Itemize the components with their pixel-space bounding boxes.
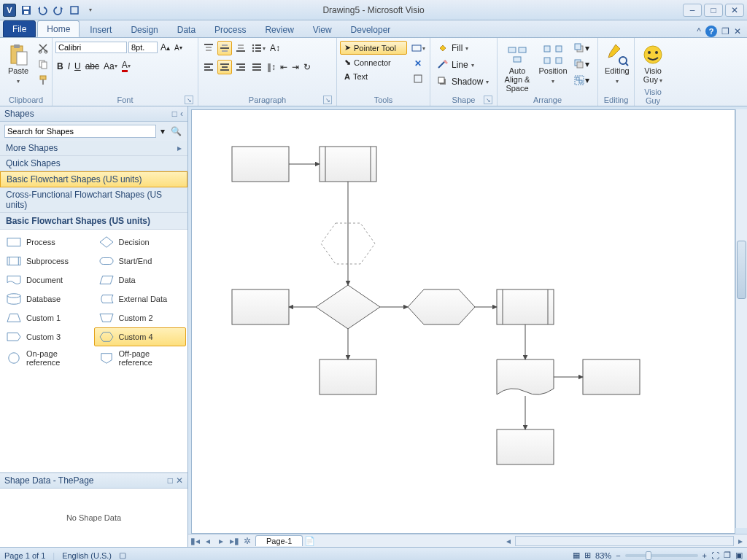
tab-process[interactable]: Process — [206, 22, 255, 37]
grow-font-icon[interactable]: A▴ — [159, 41, 171, 54]
tab-home[interactable]: Home — [37, 20, 80, 37]
tab-review[interactable]: Review — [256, 22, 302, 37]
shadow-button[interactable]: Shadow — [433, 74, 492, 89]
shape-offpageref[interactable]: Off-page reference — [94, 346, 187, 370]
underline-icon[interactable]: U — [73, 60, 82, 73]
shape-decision[interactable]: Decision — [94, 233, 187, 252]
position-button[interactable]: Position — [536, 41, 570, 88]
redo-icon[interactable] — [51, 3, 66, 18]
auto-align-button[interactable]: Auto Align & Space — [500, 41, 534, 95]
shape-custom1[interactable]: Custom 1 — [1, 308, 94, 327]
maximize-button[interactable]: □ — [704, 4, 723, 17]
page-first-icon[interactable]: ▮◂ — [188, 536, 201, 546]
justify-icon[interactable] — [249, 60, 264, 74]
panel-collapse-icon[interactable]: ‹ — [180, 109, 183, 119]
status-zoom[interactable]: 83% — [595, 551, 611, 560]
tab-file[interactable]: File — [3, 20, 36, 37]
vertical-scrollbar[interactable] — [735, 109, 747, 528]
rectangle-tool-icon[interactable] — [409, 41, 427, 55]
shape-custom2[interactable]: Custom 2 — [94, 308, 187, 327]
align-bottom-icon[interactable] — [233, 41, 248, 55]
text-tool-button[interactable]: A Text — [340, 70, 407, 83]
connection-point-icon[interactable]: ✕ — [409, 57, 427, 70]
tab-developer[interactable]: Developer — [342, 22, 400, 37]
search-input[interactable] — [4, 125, 156, 138]
shape-onpageref[interactable]: On-page reference — [1, 346, 94, 370]
shape-launcher-icon[interactable]: ↘ — [484, 96, 492, 104]
panel-max-icon[interactable]: □ — [172, 109, 177, 119]
page-last-icon[interactable]: ▸▮ — [228, 536, 241, 546]
tab-view[interactable]: View — [304, 22, 341, 37]
undo-icon[interactable] — [35, 3, 50, 18]
pointer-tool-button[interactable]: ➤ Pointer Tool — [340, 41, 407, 55]
tab-insert[interactable]: Insert — [81, 22, 120, 37]
paste-button[interactable]: Paste — [3, 41, 34, 88]
shapedata-close-icon[interactable]: ✕ — [176, 475, 183, 486]
basic-flowchart-row[interactable]: Basic Flowchart Shapes (US units) — [0, 171, 187, 187]
bullets-icon[interactable] — [249, 41, 267, 55]
font-launcher-icon[interactable]: ↘ — [185, 96, 193, 104]
zoom-slider[interactable] — [625, 554, 698, 557]
drawing-canvas[interactable] — [191, 109, 735, 534]
shape-externaldata[interactable]: External Data — [94, 289, 187, 308]
font-name-input[interactable] — [55, 42, 127, 53]
status-language[interactable]: English (U.S.) — [62, 551, 112, 560]
page-prev-icon[interactable]: ◂ — [201, 536, 214, 546]
page-add-icon[interactable]: 📄 — [303, 536, 316, 546]
zoom-in-icon[interactable]: + — [703, 551, 707, 560]
hscroll-left-icon[interactable]: ◂ — [502, 536, 515, 546]
italic-icon[interactable]: I — [66, 60, 71, 73]
page-tab-1[interactable]: Page-1 — [255, 535, 303, 546]
bold-icon[interactable]: B — [55, 60, 65, 73]
text-direction-icon[interactable]: A↕ — [268, 42, 282, 55]
font-color-icon[interactable]: A — [120, 58, 132, 74]
case-icon[interactable]: Aa — [102, 60, 119, 73]
copy-icon[interactable] — [36, 57, 50, 71]
zoom-out-icon[interactable]: − — [616, 551, 620, 560]
shape-subprocess[interactable]: Subprocess — [1, 252, 94, 271]
page-next-icon[interactable]: ▸ — [214, 536, 228, 546]
macro-record-icon[interactable]: ▢ — [119, 551, 126, 560]
fullscreen-icon[interactable]: ▣ — [735, 551, 743, 560]
align-top-icon[interactable] — [201, 41, 216, 55]
shrink-font-icon[interactable]: A▾ — [173, 42, 184, 53]
shape-custom4[interactable]: Custom 4 — [94, 327, 187, 346]
send-back-icon[interactable]: ▾ — [572, 57, 591, 71]
minimize-ribbon-icon[interactable]: ^ — [697, 26, 701, 36]
cross-functional-row[interactable]: Cross-Functional Flowchart Shapes (US un… — [0, 187, 187, 213]
search-go-icon[interactable]: 🔍 — [169, 125, 183, 138]
align-center-icon[interactable] — [217, 60, 232, 74]
group-icon[interactable]: ▾ — [572, 73, 591, 88]
qat-icon[interactable] — [67, 3, 82, 18]
fit-window-icon[interactable]: ⛶ — [711, 551, 719, 560]
view-normal-icon[interactable]: ⊞ — [584, 551, 591, 560]
view-presentation-icon[interactable]: ▦ — [573, 551, 580, 560]
visio-guy-button[interactable]: Visio Guy — [638, 41, 668, 87]
shape-data[interactable]: Data — [94, 271, 187, 289]
shape-document[interactable]: Document — [1, 271, 94, 289]
indent-right-icon[interactable]: ⇥ — [290, 61, 301, 74]
editing-button[interactable]: Editing — [601, 41, 633, 88]
format-painter-icon[interactable] — [36, 73, 50, 88]
close-document-icon[interactable]: ✕ — [734, 26, 741, 36]
minimize-button[interactable]: – — [683, 4, 702, 17]
strike-icon[interactable]: abc — [84, 60, 101, 73]
close-button[interactable]: ✕ — [725, 4, 744, 17]
hscroll-right-icon[interactable]: ▸ — [734, 536, 747, 546]
paragraph-launcher-icon[interactable]: ↘ — [323, 96, 332, 104]
font-size-input[interactable] — [128, 42, 158, 53]
shapedata-max-icon[interactable]: □ — [168, 475, 173, 486]
cut-icon[interactable] — [36, 41, 50, 55]
qat-customize-icon[interactable] — [83, 3, 98, 18]
align-left-icon[interactable] — [201, 60, 216, 74]
tab-design[interactable]: Design — [122, 22, 166, 37]
search-dropdown-icon[interactable]: ▾ — [159, 125, 166, 138]
save-icon[interactable] — [19, 3, 34, 18]
restore-window-icon[interactable]: ❐ — [721, 26, 729, 36]
crop-tool-icon[interactable] — [409, 71, 427, 86]
more-shapes-row[interactable]: More Shapes▸ — [0, 141, 187, 156]
line-button[interactable]: Line — [433, 58, 478, 72]
connector-tool-button[interactable]: ⬊ Connector — [340, 55, 407, 69]
align-middle-icon[interactable] — [217, 41, 232, 55]
page-new-icon[interactable]: ✲ — [241, 536, 254, 546]
